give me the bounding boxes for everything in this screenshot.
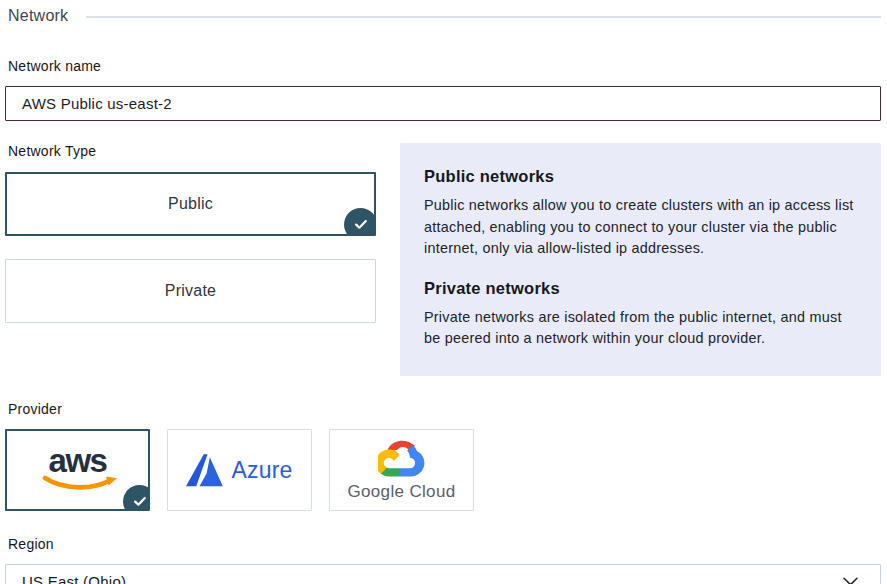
network-name-label: Network name: [8, 58, 881, 74]
region-select[interactable]: US East (Ohio): [5, 564, 881, 584]
network-type-option-public[interactable]: Public: [5, 172, 376, 236]
network-type-option-private[interactable]: Private: [5, 259, 376, 323]
provider-option-azure[interactable]: Azure: [167, 429, 312, 511]
page-title: Network: [8, 7, 68, 25]
network-type-label: Network Type: [8, 143, 376, 159]
network-type-option-label: Public: [168, 195, 213, 213]
azure-logo-icon: Azure: [186, 454, 292, 487]
aws-wordmark: aws: [49, 444, 107, 477]
info-block-private: Private networks Private networks are is…: [424, 279, 857, 350]
network-form: Network Network name Network Type Public…: [0, 0, 887, 584]
google-cloud-icon: [378, 439, 425, 478]
aws-smile-icon: [42, 475, 120, 492]
provider-row: aws Azure: [5, 429, 881, 511]
region-label: Region: [8, 536, 881, 552]
google-cloud-label: Google Cloud: [347, 482, 455, 502]
google-cloud-logo-icon: Google Cloud: [347, 439, 455, 502]
info-heading: Private networks: [424, 279, 857, 298]
chevron-down-icon: [843, 577, 858, 584]
info-block-public: Public networks Public networks allow yo…: [424, 167, 857, 260]
network-name-input[interactable]: [5, 86, 881, 121]
selected-check-badge: [123, 485, 150, 511]
aws-logo-icon: aws: [36, 444, 120, 492]
region-selected-value: US East (Ohio): [22, 573, 843, 584]
network-type-column: Network Type Public Private: [5, 143, 376, 323]
network-type-option-label: Private: [165, 282, 216, 300]
provider-option-aws[interactable]: aws: [5, 429, 150, 511]
azure-label: Azure: [231, 457, 292, 484]
check-icon: [133, 496, 147, 507]
info-body: Public networks allow you to create clus…: [424, 195, 857, 260]
selected-check-badge: [344, 208, 376, 236]
azure-triangle-icon: [186, 454, 223, 487]
section-divider: [86, 16, 881, 18]
network-type-row: Network Type Public Private Public netwo…: [5, 143, 881, 376]
section-header: Network: [8, 7, 881, 25]
provider-label: Provider: [8, 401, 881, 417]
info-heading: Public networks: [424, 167, 857, 186]
info-body: Private networks are isolated from the p…: [424, 307, 857, 350]
provider-option-google-cloud[interactable]: Google Cloud: [329, 429, 474, 511]
network-type-info-panel: Public networks Public networks allow yo…: [400, 143, 881, 376]
check-icon: [354, 219, 368, 230]
